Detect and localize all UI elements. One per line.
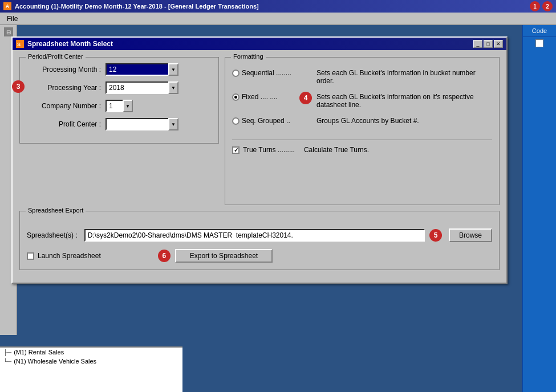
launch-export-row: Launch Spreadsheet 6 Export to Spreadshe… — [27, 249, 492, 263]
export-fieldset: Spreadsheet Export Spreadsheet(s) : 5 Br… — [19, 211, 500, 270]
modal-maximize-button[interactable]: □ — [484, 40, 493, 48]
radio-seq-grouped-label-area: Seq. Grouped .. — [232, 117, 312, 125]
processing-year-label: Processing Year : — [27, 84, 101, 92]
processing-month-row: Processing Month : ▼ — [27, 63, 212, 76]
spreadsheets-input[interactable] — [84, 229, 425, 242]
export-section: Spreadsheet Export Spreadsheet(s) : 5 Br… — [19, 211, 500, 270]
menu-file[interactable]: File — [2, 14, 22, 24]
company-number-row: Company Number : ▼ — [27, 100, 212, 112]
radio-fixed-desc: Sets each GL Bucket's information on it'… — [316, 93, 492, 109]
period-fieldset: Period/Profit Center 3 Processing Month … — [19, 57, 219, 144]
modal-overlay: S Spreadsheet Month Select _ □ ✕ Period/… — [0, 25, 556, 392]
true-turns-label: True Turns ......... — [243, 146, 295, 154]
radio-group: Sequential ........ Sets each GL Bucket'… — [232, 63, 492, 130]
export-legend: Spreadsheet Export — [26, 207, 86, 214]
badge-4: 4 — [299, 92, 312, 104]
formatting-panel: Formatting 4 Sequential ........ — [225, 57, 500, 205]
export-button[interactable]: Export to Spreadsheet — [175, 249, 273, 263]
badge-6: 6 — [158, 250, 171, 262]
processing-month-input[interactable] — [105, 63, 168, 76]
processing-year-row: Processing Year : ▼ — [27, 81, 212, 94]
true-turns-row: ✓ True Turns ......... Calculate True Tu… — [232, 140, 492, 154]
modal-controls: _ □ ✕ — [473, 40, 503, 48]
profit-center-label: Profit Center : — [27, 120, 101, 128]
app-title: Accounting (1)-Motility Demo Month-12 Ye… — [15, 3, 527, 10]
processing-month-combo: ▼ — [105, 63, 178, 76]
radio-seq-grouped[interactable] — [232, 117, 240, 125]
main-background: File ⊟ Code ├─ (M1) Rental Sales └─ (N1)… — [0, 13, 556, 392]
company-number-input[interactable] — [105, 100, 123, 112]
period-legend: Period/Profit Center — [26, 53, 86, 60]
launch-checkbox-area: Launch Spreadsheet — [27, 252, 101, 260]
radio-sequential-text: Sequential ........ — [242, 69, 291, 77]
true-turns-desc: Calculate True Turns. — [304, 146, 369, 154]
modal-body: Period/Profit Center 3 Processing Month … — [13, 50, 506, 283]
menubar: File — [0, 13, 556, 25]
radio-sequential-row: Sequential ........ Sets each GL Bucket'… — [232, 69, 492, 85]
spreadsheet-path-row: Spreadsheet(s) : 5 Browse — [27, 228, 492, 242]
radio-seq-grouped-row: Seq. Grouped .. Groups GL Accounts by Bu… — [232, 117, 492, 125]
company-number-dropdown[interactable]: ▼ — [123, 100, 133, 112]
radio-seq-grouped-desc: Groups GL Accounts by Bucket #. — [316, 117, 492, 125]
formatting-fieldset: Formatting 4 Sequential ........ — [225, 57, 500, 205]
badge-3: 3 — [12, 80, 25, 93]
period-profit-center-panel: Period/Profit Center 3 Processing Month … — [19, 57, 219, 205]
modal-title: Spreadsheet Month Select — [27, 40, 473, 48]
profit-center-combo: ▼ — [105, 118, 178, 130]
titlebar-badge-1[interactable]: 1 — [530, 1, 540, 11]
modal-icon: S — [16, 40, 24, 48]
profit-center-dropdown[interactable]: ▼ — [168, 118, 178, 130]
processing-month-label: Processing Month : — [27, 66, 101, 74]
export-button-area: 6 Export to Spreadsheet — [158, 249, 273, 263]
launch-label: Launch Spreadsheet — [38, 252, 101, 260]
processing-year-combo: ▼ — [105, 81, 178, 94]
company-number-label: Company Number : — [27, 102, 101, 110]
modal-close-button[interactable]: ✕ — [494, 40, 503, 48]
titlebar-badge-2[interactable]: 2 — [542, 1, 553, 11]
processing-year-dropdown[interactable]: ▼ — [168, 81, 178, 94]
app-titlebar: A Accounting (1)-Motility Demo Month-12 … — [0, 0, 556, 13]
browse-button[interactable]: Browse — [449, 228, 492, 242]
top-section: Period/Profit Center 3 Processing Month … — [19, 57, 500, 205]
processing-month-dropdown[interactable]: ▼ — [168, 63, 178, 76]
profit-center-input[interactable] — [105, 118, 168, 130]
badge-5: 5 — [429, 229, 442, 242]
spreadsheets-label: Spreadsheet(s) : — [27, 231, 78, 239]
radio-fixed[interactable] — [232, 93, 240, 101]
modal-minimize-button[interactable]: _ — [473, 40, 482, 48]
radio-fixed-row: Fixed .... .... Sets each GL Bucket's in… — [232, 93, 492, 109]
radio-fixed-text: Fixed .... .... — [242, 93, 278, 101]
svg-text:S: S — [17, 42, 21, 47]
launch-checkbox[interactable] — [27, 252, 34, 260]
company-number-combo: ▼ — [105, 100, 133, 112]
radio-seq-grouped-text: Seq. Grouped .. — [242, 117, 290, 125]
app-icon: A — [3, 2, 11, 10]
radio-sequential-label-area: Sequential ........ — [232, 69, 312, 77]
processing-year-input[interactable] — [105, 81, 168, 94]
true-turns-checkbox[interactable]: ✓ — [232, 146, 240, 154]
modal-titlebar: S Spreadsheet Month Select _ □ ✕ — [13, 38, 506, 50]
modal-dialog: S Spreadsheet Month Select _ □ ✕ Period/… — [11, 36, 508, 284]
radio-sequential-desc: Sets each GL Bucket's information in buc… — [316, 69, 492, 85]
radio-sequential[interactable] — [232, 70, 240, 77]
formatting-legend: Formatting — [231, 53, 266, 60]
profit-center-row: Profit Center : ▼ — [27, 118, 212, 130]
